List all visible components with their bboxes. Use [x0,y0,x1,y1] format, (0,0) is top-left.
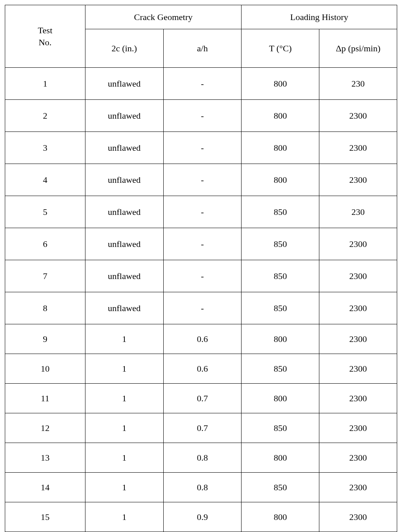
header-loading-history: Loading History [242,5,397,29]
table-row: 1unflawed-800230 [5,68,397,100]
table-row: 1210.78502300 [5,413,397,443]
cell-test-no: 4 [5,164,85,196]
cell-ah: 0.9 [163,502,242,532]
cell-dp: 2300 [319,228,397,260]
cell-test-no: 11 [5,384,85,413]
cell-test-no: 7 [5,260,85,292]
cell-dp: 2300 [319,502,397,532]
cell-t: 850 [242,196,319,228]
cell-dp: 2300 [319,443,397,473]
cell-t: 800 [242,68,319,100]
cell-test-no: 13 [5,443,85,473]
table-row: 4unflawed-8002300 [5,164,397,196]
cell-2c: unflawed [85,292,163,324]
cell-t: 850 [242,228,319,260]
cell-test-no: 5 [5,196,85,228]
header-t: T (°C) [242,29,319,68]
cell-t: 800 [242,132,319,164]
test-conditions-table: Test No. Crack Geometry Loading History … [5,5,397,532]
cell-2c: unflawed [85,100,163,132]
table-body: 1unflawed-8002302unflawed-80023003unflaw… [5,68,397,532]
table-row: 5unflawed-850230 [5,196,397,228]
table-row: 1410.88502300 [5,473,397,502]
cell-test-no: 2 [5,100,85,132]
cell-ah: 0.6 [163,354,242,384]
cell-ah: - [163,228,242,260]
cell-2c: unflawed [85,260,163,292]
header-test-no: Test No. [5,5,85,68]
cell-dp: 2300 [319,354,397,384]
cell-test-no: 1 [5,68,85,100]
cell-dp: 2300 [319,164,397,196]
table-row: 8unflawed-8502300 [5,292,397,324]
cell-dp: 2300 [319,384,397,413]
cell-test-no: 8 [5,292,85,324]
cell-t: 850 [242,292,319,324]
cell-ah: - [163,260,242,292]
cell-dp: 2300 [319,324,397,354]
cell-t: 800 [242,384,319,413]
cell-dp: 2300 [319,292,397,324]
header-test-no-line2: No. [39,37,51,47]
cell-2c: 1 [85,413,163,443]
header-ah: a/h [163,29,242,68]
header-crack-geometry: Crack Geometry [85,5,242,29]
cell-test-no: 10 [5,354,85,384]
cell-test-no: 14 [5,473,85,502]
cell-t: 850 [242,260,319,292]
table-row: 1310.88002300 [5,443,397,473]
cell-ah: 0.7 [163,384,242,413]
cell-dp: 2300 [319,100,397,132]
cell-test-no: 9 [5,324,85,354]
cell-ah: - [163,100,242,132]
cell-2c: unflawed [85,164,163,196]
cell-test-no: 3 [5,132,85,164]
cell-t: 800 [242,100,319,132]
table-row: 2unflawed-8002300 [5,100,397,132]
cell-t: 850 [242,413,319,443]
cell-t: 800 [242,164,319,196]
header-test-no-line1: Test [38,25,52,35]
cell-2c: unflawed [85,68,163,100]
cell-ah: - [163,132,242,164]
cell-dp: 230 [319,68,397,100]
cell-2c: 1 [85,384,163,413]
cell-ah: - [163,164,242,196]
cell-ah: 0.8 [163,443,242,473]
cell-t: 800 [242,502,319,532]
cell-ah: - [163,196,242,228]
table-row: 1510.98002300 [5,502,397,532]
cell-t: 800 [242,324,319,354]
cell-2c: unflawed [85,228,163,260]
table-row: 910.68002300 [5,324,397,354]
cell-2c: 1 [85,473,163,502]
cell-dp: 230 [319,196,397,228]
cell-ah: 0.6 [163,324,242,354]
table-row: 3unflawed-8002300 [5,132,397,164]
cell-ah: - [163,68,242,100]
cell-dp: 2300 [319,260,397,292]
table-row: 1010.68502300 [5,354,397,384]
table-row: 1110.78002300 [5,384,397,413]
cell-t: 800 [242,443,319,473]
cell-t: 850 [242,354,319,384]
cell-2c: unflawed [85,132,163,164]
cell-2c: 1 [85,443,163,473]
cell-test-no: 15 [5,502,85,532]
cell-2c: 1 [85,354,163,384]
cell-ah: 0.8 [163,473,242,502]
table-row: 6unflawed-8502300 [5,228,397,260]
cell-dp: 2300 [319,473,397,502]
cell-test-no: 12 [5,413,85,443]
table-header: Test No. Crack Geometry Loading History … [5,5,397,68]
cell-2c: unflawed [85,196,163,228]
header-2c: 2c (in.) [85,29,163,68]
table-row: 7unflawed-8502300 [5,260,397,292]
cell-t: 850 [242,473,319,502]
cell-test-no: 6 [5,228,85,260]
cell-dp: 2300 [319,413,397,443]
cell-2c: 1 [85,324,163,354]
header-dp: Δp (psi/min) [319,29,397,68]
cell-dp: 2300 [319,132,397,164]
cell-ah: 0.7 [163,413,242,443]
